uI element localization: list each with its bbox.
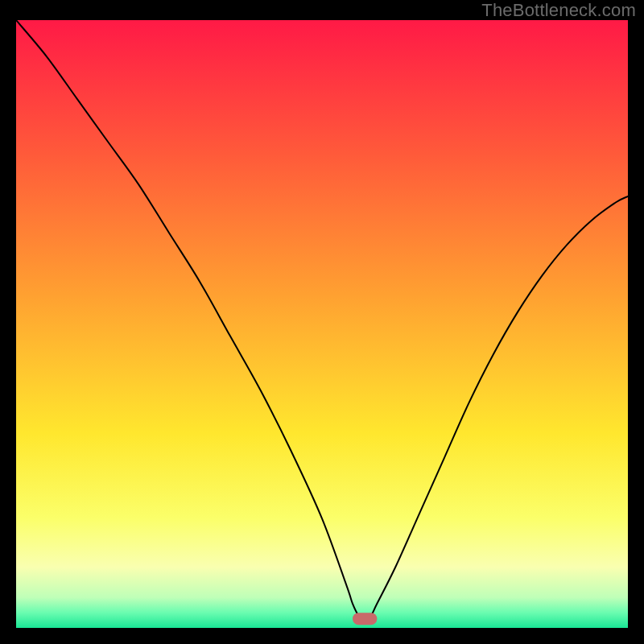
watermark-text: TheBottleneck.com bbox=[481, 0, 636, 21]
chart-svg bbox=[16, 20, 628, 628]
chart-plot bbox=[16, 20, 628, 628]
chart-background bbox=[16, 20, 628, 628]
optimal-point-marker bbox=[353, 613, 377, 625]
chart-frame: TheBottleneck.com bbox=[0, 0, 644, 644]
